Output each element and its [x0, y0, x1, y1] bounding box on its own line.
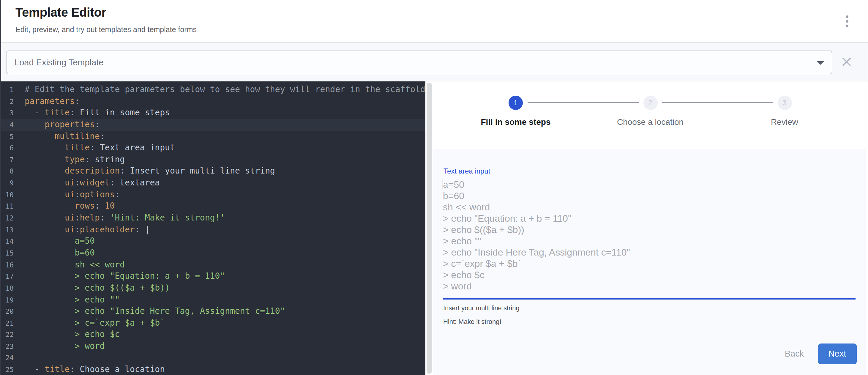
editor-line: 9 ui:widget: textarea [0, 177, 425, 189]
step-label-3: Review [771, 117, 798, 127]
load-template-select[interactable]: Load Existing Template [6, 51, 832, 74]
editor-line: 2parameters: [0, 95, 425, 107]
stepper-connector [527, 102, 639, 103]
line-code: - title: Fill in some steps [14, 107, 170, 119]
line-code: ui:widget: textarea [14, 177, 160, 189]
line-code: description: Insert your multi line stri… [14, 165, 275, 177]
line-number: 6 [0, 143, 14, 154]
step-circle-1: 1 [508, 96, 523, 110]
template-editor-window: Template Editor Edit, preview, and try o… [0, 0, 868, 375]
line-code: # Edit the template parameters below to … [14, 84, 425, 95]
editor-line: 12 ui:help: 'Hint: Make it strong!' [0, 212, 425, 224]
editor-line: 15 b=60 [0, 247, 425, 259]
line-number: 1 [0, 84, 14, 96]
field-description: Insert your multi line string [443, 304, 520, 311]
main-split: 1# Edit the template parameters below to… [0, 81, 868, 375]
placeholder-line: > word [443, 281, 855, 292]
editor-line: 4 properties: [0, 119, 425, 130]
editor-line: 23 > word [0, 341, 425, 352]
line-number: 21 [0, 318, 14, 330]
line-code: sh << word [14, 259, 125, 271]
line-number: 19 [0, 294, 14, 306]
page-subtitle: Edit, preview, and try out templates and… [16, 26, 197, 34]
line-code: type: string [14, 154, 125, 165]
line-code: - title: Choose a location [14, 364, 165, 375]
editor-line: 6 title: Text area input [0, 142, 425, 154]
textarea-focus-underline [443, 298, 856, 300]
editor-line: 18 > echo $(($a + $b)) [0, 282, 425, 294]
line-code: > word [14, 341, 105, 352]
window-right-border [865, 0, 866, 375]
line-number: 5 [0, 131, 14, 143]
line-number: 9 [0, 178, 14, 189]
window-left-border [0, 0, 1, 375]
kebab-menu-icon[interactable] [843, 15, 851, 27]
editor-line: 1# Edit the template parameters below to… [0, 84, 425, 95]
placeholder-line: > echo $(($a + $b)) [443, 224, 855, 235]
line-code: > echo "" [14, 294, 120, 306]
step-circle-2: 2 [643, 96, 657, 110]
caret-down-icon [816, 61, 824, 64]
placeholder-line: sh << word [443, 201, 855, 213]
back-button[interactable]: Back [781, 343, 808, 364]
editor-line: 10 ui:options: [0, 189, 425, 200]
line-number: 23 [0, 341, 14, 353]
placeholder-line: b=60 [443, 190, 855, 201]
line-code: ui:placeholder: | [14, 224, 150, 235]
placeholder-line: > c=`expr $a + $b` [443, 258, 855, 269]
line-number: 4 [0, 120, 14, 131]
next-button[interactable]: Next [818, 343, 857, 364]
step-label-2: Choose a location [617, 117, 684, 127]
line-number: 15 [0, 248, 14, 259]
stepper-connector [661, 102, 773, 103]
line-code: > echo "Inside Here Tag, Assignment c=11… [14, 306, 285, 317]
editor-line: 3 - title: Fill in some steps [0, 107, 425, 119]
line-number: 12 [0, 213, 14, 224]
page-title: Template Editor [16, 5, 106, 20]
page-header: Template Editor Edit, preview, and try o… [0, 0, 868, 43]
step-label-1: Fill in some steps [481, 117, 551, 127]
step-circle-3: 3 [777, 96, 792, 110]
line-code: rows: 10 [14, 200, 115, 212]
line-number: 16 [0, 259, 14, 271]
line-number: 3 [0, 108, 14, 120]
editor-line: 14 a=50 [0, 236, 425, 247]
line-number: 2 [0, 96, 14, 107]
toolbar: Load Existing Template [0, 43, 868, 81]
line-code: a=50 [14, 236, 95, 247]
editor-line: 20 > echo "Inside Here Tag, Assignment c… [0, 306, 425, 317]
field-hint: Hint: Make it strong! [443, 318, 501, 325]
line-number: 18 [0, 283, 14, 294]
editor-line: 7 type: string [0, 154, 425, 165]
multiline-textarea[interactable]: a=50b=60sh << word> echo "Equation: a + … [443, 179, 855, 292]
editor-line: 17 > echo "Equation: a + b = 110" [0, 271, 425, 282]
line-code: properties: [14, 119, 100, 130]
line-code: > echo $(($a + $b)) [14, 282, 170, 294]
editor-line: 22 > echo $c [0, 329, 425, 341]
line-number: 22 [0, 330, 14, 341]
editor-line: 13 ui:placeholder: | [0, 224, 425, 235]
line-code: > echo $c [14, 329, 120, 341]
placeholder-line: > echo "" [443, 235, 855, 247]
stepper: 1Fill in some steps2Choose a location3Re… [433, 81, 865, 149]
line-number: 8 [0, 166, 14, 178]
line-number: 14 [0, 236, 14, 248]
line-code: > c=`expr $a + $b` [14, 317, 165, 329]
line-number: 20 [0, 306, 14, 318]
line-code: ui:options: [14, 189, 120, 200]
field-label: Text area input [443, 167, 490, 175]
line-code: title: Text area input [14, 142, 175, 154]
line-number: 24 [0, 352, 14, 364]
line-code: parameters: [14, 95, 80, 107]
editor-line: 25 - title: Choose a location [0, 364, 425, 375]
line-number: 17 [0, 271, 14, 283]
line-number: 11 [0, 201, 14, 213]
close-icon[interactable] [841, 57, 852, 67]
editor-line: 24 [0, 352, 425, 364]
text-cursor [443, 180, 443, 190]
placeholder-line: > echo "Equation: a + b = 110" [443, 213, 855, 224]
line-code: multiline: [14, 130, 105, 142]
panel-resize-handle[interactable] [427, 83, 432, 374]
load-template-select-value: Load Existing Template [14, 57, 103, 67]
code-editor[interactable]: 1# Edit the template parameters below to… [0, 81, 425, 375]
